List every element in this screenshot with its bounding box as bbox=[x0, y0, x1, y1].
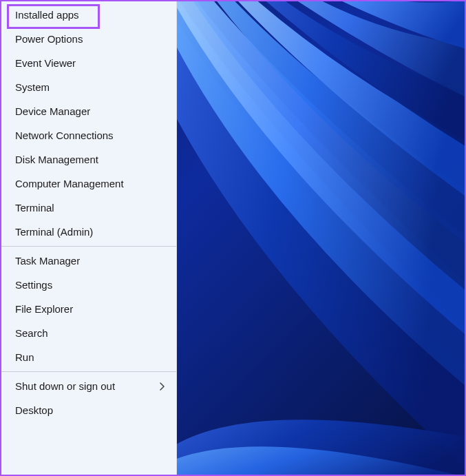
menu-item-network-connections[interactable]: Network Connections bbox=[1, 123, 176, 147]
menu-item-disk-management[interactable]: Disk Management bbox=[1, 147, 176, 172]
menu-item-task-manager[interactable]: Task Manager bbox=[1, 249, 176, 273]
menu-item-label: Disk Management bbox=[15, 154, 98, 165]
menu-item-label: Installed apps bbox=[15, 9, 79, 21]
menu-item-label: Computer Management bbox=[15, 178, 124, 189]
menu-item-event-viewer[interactable]: Event Viewer bbox=[1, 51, 176, 75]
menu-item-installed-apps[interactable]: Installed apps bbox=[1, 3, 176, 27]
winx-context-menu: Installed apps Power Options Event Viewe… bbox=[1, 1, 177, 475]
menu-item-settings[interactable]: Settings bbox=[1, 273, 176, 297]
menu-item-label: Terminal (Admin) bbox=[15, 226, 93, 238]
menu-item-label: Device Manager bbox=[15, 105, 90, 117]
menu-item-label: Run bbox=[15, 351, 34, 363]
menu-item-desktop[interactable]: Desktop bbox=[1, 398, 176, 422]
menu-item-label: Event Viewer bbox=[15, 57, 76, 69]
chevron-right-icon bbox=[160, 382, 165, 391]
menu-item-label: Power Options bbox=[15, 33, 83, 45]
menu-item-search[interactable]: Search bbox=[1, 321, 176, 345]
menu-item-label: File Explorer bbox=[15, 303, 73, 315]
menu-separator bbox=[1, 371, 176, 372]
menu-item-shut-down-sign-out[interactable]: Shut down or sign out bbox=[1, 374, 176, 398]
menu-item-terminal[interactable]: Terminal bbox=[1, 196, 176, 220]
menu-item-label: Task Manager bbox=[15, 255, 80, 267]
menu-item-device-manager[interactable]: Device Manager bbox=[1, 99, 176, 123]
menu-item-label: Desktop bbox=[15, 404, 53, 416]
menu-item-label: Network Connections bbox=[15, 130, 114, 141]
menu-item-terminal-admin[interactable]: Terminal (Admin) bbox=[1, 220, 176, 244]
menu-item-file-explorer[interactable]: File Explorer bbox=[1, 297, 176, 321]
menu-item-run[interactable]: Run bbox=[1, 345, 176, 369]
menu-item-label: Settings bbox=[15, 279, 52, 291]
menu-item-label: Terminal bbox=[15, 202, 54, 214]
menu-item-power-options[interactable]: Power Options bbox=[1, 27, 176, 51]
menu-item-label: Shut down or sign out bbox=[15, 380, 115, 392]
menu-item-computer-management[interactable]: Computer Management bbox=[1, 172, 176, 196]
menu-separator bbox=[1, 246, 176, 247]
menu-item-label: System bbox=[15, 81, 50, 93]
menu-item-system[interactable]: System bbox=[1, 75, 176, 99]
menu-item-label: Search bbox=[15, 327, 48, 339]
